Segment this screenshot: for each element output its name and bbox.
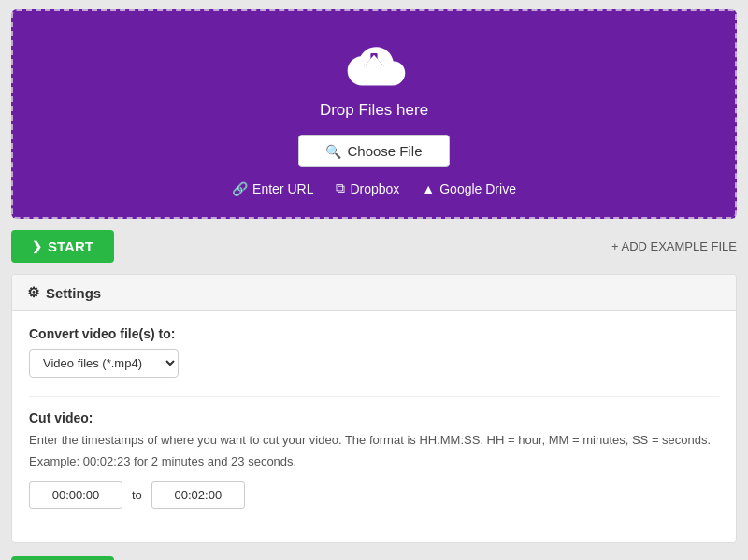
- external-links-row: 🔗 Enter URL ⧉ Dropbox ▲ Google Drive: [232, 180, 516, 196]
- drive-icon: ▲: [422, 181, 435, 196]
- start-button-top[interactable]: ❯ START: [11, 230, 114, 263]
- drop-zone[interactable]: Drop Files here 🔍 Choose File 🔗 Enter UR…: [11, 9, 737, 219]
- choose-file-button[interactable]: 🔍 Choose File: [298, 135, 449, 167]
- format-select[interactable]: Video files (*.mp4) Video files (*.avi) …: [29, 349, 179, 378]
- settings-panel: ⚙ Settings Convert video file(s) to: Vid…: [11, 274, 737, 543]
- chevron-icon: ❯: [32, 239, 42, 253]
- dropbox-link[interactable]: ⧉ Dropbox: [336, 180, 399, 196]
- settings-body: Convert video file(s) to: Video files (*…: [12, 311, 736, 524]
- search-icon: 🔍: [325, 144, 341, 159]
- link-icon: 🔗: [232, 181, 248, 196]
- drop-text: Drop Files here: [320, 101, 428, 120]
- add-example-link[interactable]: + ADD EXAMPLE FILE: [611, 239, 737, 253]
- google-drive-link[interactable]: ▲ Google Drive: [422, 181, 516, 196]
- time-from-input[interactable]: [29, 481, 122, 509]
- convert-label: Convert video file(s) to:: [29, 326, 719, 341]
- cloud-upload-icon: [340, 37, 408, 93]
- start-button-bottom[interactable]: ❯ START: [11, 556, 114, 561]
- section-divider: [29, 396, 719, 397]
- dropbox-icon: ⧉: [336, 180, 345, 196]
- time-range-row: to: [29, 481, 719, 509]
- gear-icon: ⚙: [27, 284, 39, 301]
- cut-video-label: Cut video:: [29, 410, 719, 425]
- cut-description: Enter the timestamps of where you want t…: [29, 431, 719, 450]
- enter-url-link[interactable]: 🔗 Enter URL: [232, 181, 313, 196]
- time-to-input[interactable]: [151, 481, 245, 509]
- toolbar-row: ❯ START + ADD EXAMPLE FILE: [11, 230, 737, 263]
- to-separator: to: [132, 488, 142, 502]
- cut-example: Example: 00:02:23 for 2 minutes and 23 s…: [29, 454, 719, 468]
- bottom-toolbar: ❯ START: [11, 556, 737, 561]
- svg-rect-4: [370, 66, 379, 79]
- settings-header: ⚙ Settings: [12, 275, 736, 311]
